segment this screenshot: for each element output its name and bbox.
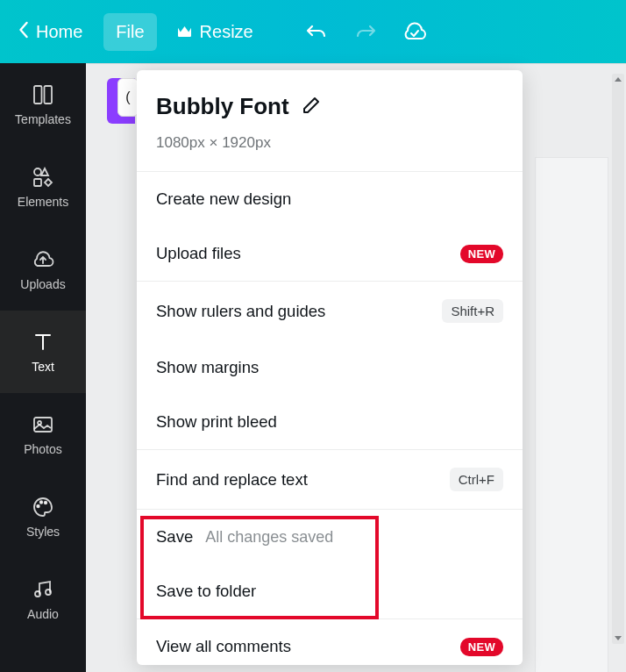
sidebar: Templates Elements Uploads Text Photos (0, 63, 86, 672)
styles-icon (31, 495, 55, 519)
svg-rect-0 (34, 86, 42, 104)
sidebar-item-elements[interactable]: Elements (0, 146, 86, 228)
element-handle: ( (117, 78, 139, 117)
crown-icon (176, 22, 193, 42)
menu-upload-files[interactable]: Upload files NEW (137, 226, 523, 282)
file-label: File (116, 22, 144, 42)
menu-save-to-folder[interactable]: Save to folder (137, 564, 523, 619)
sidebar-item-label: Audio (27, 607, 59, 621)
uploads-icon (31, 247, 55, 272)
file-menu-button[interactable]: File (103, 13, 156, 51)
top-toolbar: Home File Resize (0, 0, 626, 63)
elements-icon (31, 165, 55, 189)
sidebar-item-audio[interactable]: Audio (0, 558, 86, 640)
sidebar-item-text[interactable]: Text (0, 311, 86, 393)
menu-find-replace[interactable]: Find and replace text Ctrl+F (137, 450, 523, 510)
edit-title-icon[interactable] (302, 96, 321, 118)
sidebar-item-label: Text (32, 360, 54, 374)
chevron-left-icon (18, 21, 29, 43)
shortcut-label: Ctrl+F (450, 468, 503, 491)
cloud-sync-button[interactable] (394, 11, 436, 53)
svg-rect-3 (34, 179, 41, 186)
text-icon (31, 330, 55, 354)
design-dimensions: 1080px × 1920px (156, 134, 503, 152)
svg-rect-1 (45, 86, 53, 104)
resize-button[interactable]: Resize (164, 13, 266, 51)
menu-save[interactable]: Save All changes saved (137, 510, 523, 564)
resize-label: Resize (200, 22, 253, 42)
photos-icon (31, 412, 55, 437)
svg-point-6 (37, 505, 39, 508)
design-title: Bubbly Font (156, 93, 289, 120)
sidebar-item-uploads[interactable]: Uploads (0, 228, 86, 311)
menu-create-new-design[interactable]: Create new design (137, 172, 523, 226)
canvas-page-gutter (535, 157, 608, 672)
svg-point-7 (40, 501, 43, 504)
sidebar-item-photos[interactable]: Photos (0, 393, 86, 475)
menu-view-comments[interactable]: View all comments NEW (137, 619, 523, 665)
sidebar-item-label: Photos (24, 442, 62, 456)
file-dropdown-menu: Bubbly Font 1080px × 1920px Create new d… (137, 70, 523, 665)
audio-icon (31, 577, 55, 602)
new-badge: NEW (460, 245, 503, 263)
sidebar-item-styles[interactable]: Styles (0, 475, 86, 558)
menu-show-print-bleed[interactable]: Show print bleed (137, 395, 523, 450)
home-label: Home (36, 22, 82, 42)
menu-show-rulers[interactable]: Show rulers and guides Shift+R (137, 282, 523, 340)
redo-button (345, 11, 387, 53)
sidebar-item-templates[interactable]: Templates (0, 63, 86, 146)
templates-icon (31, 82, 55, 107)
svg-rect-4 (34, 418, 52, 432)
sidebar-item-label: Styles (26, 525, 60, 539)
shortcut-label: Shift+R (442, 299, 503, 323)
file-menu-header: Bubbly Font 1080px × 1920px (137, 70, 523, 172)
dropdown-scrollbar[interactable] (612, 74, 624, 644)
undo-button[interactable] (295, 11, 338, 53)
sidebar-item-label: Templates (15, 112, 71, 126)
sidebar-item-label: Elements (18, 195, 68, 209)
home-button[interactable]: Home (14, 12, 96, 52)
new-badge: NEW (460, 638, 503, 656)
sidebar-item-label: Uploads (20, 277, 65, 291)
menu-show-margins[interactable]: Show margins (137, 340, 523, 395)
svg-point-2 (34, 168, 41, 175)
svg-point-8 (45, 502, 47, 504)
save-status: All changes saved (205, 528, 333, 547)
